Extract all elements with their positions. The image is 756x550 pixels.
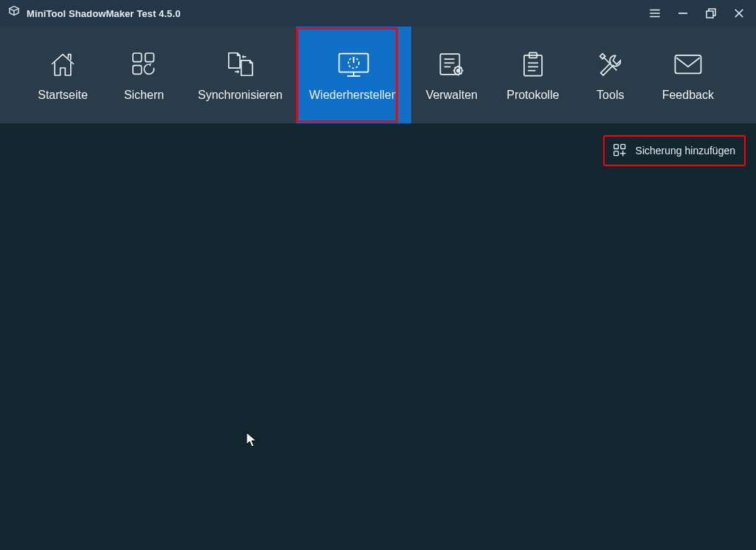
- window-controls: [647, 5, 752, 21]
- main-nav: Startseite Sichern: [0, 27, 756, 123]
- nav-home[interactable]: Startseite: [22, 27, 103, 123]
- minimize-button[interactable]: [675, 5, 691, 21]
- nav-label: Verwalten: [426, 89, 478, 102]
- close-button[interactable]: [731, 5, 747, 21]
- nav-label: Synchronisieren: [198, 89, 283, 102]
- restore-monitor-icon: [335, 49, 372, 80]
- svg-rect-11: [339, 53, 368, 72]
- svg-rect-5: [707, 11, 713, 18]
- home-icon: [48, 49, 78, 80]
- grid-sync-icon: [129, 49, 159, 80]
- app-logo-icon: [7, 5, 21, 21]
- add-backup-label: Sicherung hinzufügen: [636, 145, 735, 157]
- nav-restore[interactable]: Wiederherstellen: [296, 27, 411, 123]
- svg-rect-8: [133, 53, 142, 62]
- svg-rect-10: [133, 65, 142, 74]
- add-backup-button[interactable]: Sicherung hinzufügen: [603, 135, 746, 166]
- sync-files-icon: [224, 49, 256, 80]
- nav-label: Tools: [597, 89, 624, 102]
- nav-manage[interactable]: Verwalten: [411, 27, 492, 123]
- svg-rect-28: [675, 55, 701, 73]
- manage-icon: [436, 49, 467, 80]
- svg-point-20: [457, 69, 459, 71]
- svg-rect-31: [614, 151, 618, 156]
- nav-backup[interactable]: Sichern: [103, 27, 185, 123]
- nav-sync[interactable]: Synchronisieren: [185, 27, 296, 123]
- content-area: Sicherung hinzufügen: [0, 123, 756, 550]
- logs-icon: [519, 49, 547, 80]
- svg-rect-29: [614, 145, 618, 149]
- titlebar-left: MiniTool ShadowMaker Test 4.5.0: [7, 5, 181, 21]
- nav-label: Feedback: [662, 89, 714, 102]
- envelope-icon: [673, 49, 704, 80]
- nav-label: Protokolle: [506, 89, 559, 102]
- nav-label: Startseite: [38, 89, 88, 102]
- app-window: MiniTool ShadowMaker Test 4.5.0: [0, 0, 756, 550]
- nav-label: Sichern: [124, 89, 164, 102]
- nav-feedback[interactable]: Feedback: [647, 27, 729, 123]
- maximize-button[interactable]: [703, 5, 719, 21]
- svg-rect-30: [620, 145, 625, 149]
- menu-button[interactable]: [647, 5, 663, 21]
- nav-label: Wiederherstellen: [309, 89, 398, 102]
- grid-plus-icon: [612, 142, 628, 159]
- tools-icon: [596, 49, 625, 80]
- titlebar: MiniTool ShadowMaker Test 4.5.0: [0, 0, 756, 27]
- cursor-icon: [246, 432, 258, 451]
- nav-logs[interactable]: Protokolle: [492, 27, 574, 123]
- svg-rect-9: [145, 53, 154, 62]
- nav-tools[interactable]: Tools: [574, 27, 647, 123]
- app-title: MiniTool ShadowMaker Test 4.5.0: [27, 8, 181, 19]
